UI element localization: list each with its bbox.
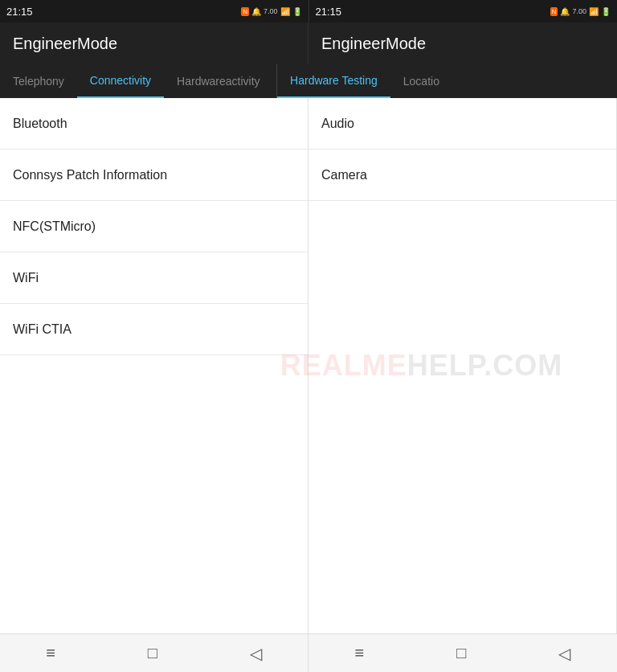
tab-hardwareactivity[interactable]: Hardwareactivity [164, 64, 276, 98]
tab-location[interactable]: Locatio [390, 64, 452, 98]
app-title-right: EngineerMode [321, 35, 426, 53]
content-right: Audio Camera [308, 98, 617, 633]
list-item-nfc[interactable]: NFC(STMicro) [0, 201, 308, 252]
list-item-bluetooth-label: Bluetooth [13, 117, 67, 131]
list-item-camera-label: Camera [321, 168, 367, 182]
tab-hardwareactivity-label: Hardwareactivity [177, 75, 259, 88]
status-bar-left: 21:15 N 🔔 7.00 📶 🔋 [0, 0, 308, 23]
back-icon-left[interactable]: ◁ [250, 644, 262, 663]
list-item-wifi-label: WiFi [13, 271, 39, 285]
home-icon-right[interactable]: □ [456, 644, 466, 662]
alarm-icon-left: 🔔 [251, 7, 261, 16]
list-item-wifi-ctia-label: WiFi CTIA [13, 322, 72, 337]
notification-icon-left: N [241, 7, 249, 16]
tab-connectivity-label: Connectivity [90, 74, 151, 87]
content-left: Bluetooth Connsys Patch Information NFC(… [0, 98, 308, 633]
list-item-connsys[interactable]: Connsys Patch Information [0, 150, 308, 201]
list-item-audio[interactable]: Audio [308, 98, 616, 150]
notification-icon-right: N [550, 7, 558, 16]
battery-icon-right: 🔋 [601, 7, 611, 16]
list-item-audio-label: Audio [321, 117, 354, 131]
app-bar-right: EngineerMode [308, 23, 617, 64]
nav-bar-left: ≡ □ ◁ [0, 634, 308, 672]
tab-telephony-label: Telephony [13, 75, 64, 88]
tab-hardware-testing[interactable]: Hardware Testing [277, 64, 390, 98]
app-title-left: EngineerMode [13, 35, 117, 53]
app-bar: EngineerMode EngineerMode [0, 23, 617, 64]
list-item-nfc-label: NFC(STMicro) [13, 219, 96, 234]
battery-icon-left: 🔋 [292, 7, 302, 16]
list-item-wifi-ctia[interactable]: WiFi CTIA [0, 304, 308, 355]
status-icons-right: N 🔔 7.00 📶 🔋 [550, 7, 611, 16]
home-icon-left[interactable]: □ [148, 644, 157, 662]
list-item-wifi[interactable]: WiFi [0, 252, 308, 304]
data-icon-right: 7.00 [572, 7, 586, 15]
list-item-connsys-label: Connsys Patch Information [13, 168, 167, 182]
nav-bar-right: ≡ □ ◁ [308, 634, 617, 672]
status-icons-left: N 🔔 7.00 📶 🔋 [241, 7, 301, 16]
status-bar-right: 21:15 N 🔔 7.00 📶 🔋 [309, 0, 618, 23]
menu-icon-right[interactable]: ≡ [355, 644, 365, 662]
nav-bar: ≡ □ ◁ ≡ □ ◁ [0, 633, 617, 672]
list-item-camera[interactable]: Camera [308, 150, 616, 201]
alarm-icon-right: 🔔 [560, 7, 570, 16]
list-item-bluetooth[interactable]: Bluetooth [0, 98, 308, 150]
tab-telephony[interactable]: Telephony [0, 64, 77, 98]
tabs-row: Telephony Connectivity Hardwareactivity … [0, 64, 617, 98]
tab-connectivity[interactable]: Connectivity [77, 64, 164, 98]
tab-location-label: Locatio [403, 75, 439, 88]
data-icon-left: 7.00 [264, 7, 278, 15]
content-area: Bluetooth Connsys Patch Information NFC(… [0, 98, 617, 633]
wifi-icon-left: 📶 [280, 7, 290, 16]
tab-hardware-testing-label: Hardware Testing [290, 74, 378, 87]
status-bar: 21:15 N 🔔 7.00 📶 🔋 21:15 N 🔔 7.00 📶 🔋 [0, 0, 617, 23]
status-time-right: 21:15 [316, 6, 342, 18]
back-icon-right[interactable]: ◁ [558, 644, 570, 663]
menu-icon-left[interactable]: ≡ [46, 644, 55, 662]
app-bar-left: EngineerMode [0, 23, 308, 64]
status-time-left: 21:15 [6, 6, 33, 18]
wifi-icon-right: 📶 [589, 7, 599, 16]
